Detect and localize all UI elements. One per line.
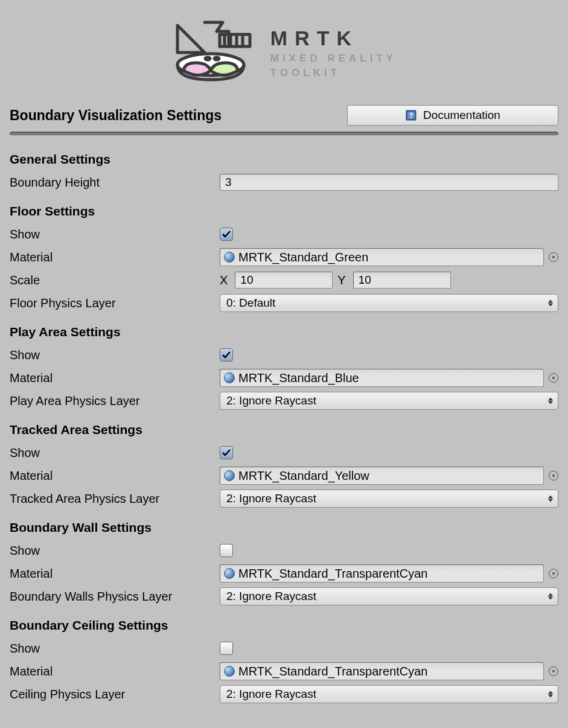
logo-subtitle-1: MIXED REALITY	[270, 53, 397, 65]
floor-material-field[interactable]: MRTK_Standard_Green	[220, 248, 544, 266]
floor-scale-x-input[interactable]	[235, 272, 333, 289]
tracked-area-physics-value: 2: Ignore Raycast	[226, 492, 316, 505]
play-area-physics-value: 2: Ignore Raycast	[226, 394, 316, 407]
floor-physics-dropdown[interactable]: 0: Default	[220, 294, 558, 312]
floor-material-label: Material	[10, 249, 220, 266]
play-area-material-field[interactable]: MRTK_Standard_Blue	[220, 369, 544, 387]
boundary-wall-material-value: MRTK_Standard_TransparentCyan	[238, 567, 428, 581]
mrtk-logo-icon	[171, 19, 256, 86]
mrtk-logo-header: MRTK MIXED REALITY TOOLKIT	[10, 19, 558, 86]
floor-show-label: Show	[10, 226, 220, 243]
dropdown-arrows-icon	[548, 300, 553, 307]
material-sphere-icon	[224, 470, 235, 481]
floor-show-checkbox[interactable]	[220, 228, 233, 241]
boundary-wall-physics-dropdown[interactable]: 2: Ignore Raycast	[220, 587, 558, 605]
boundary-ceiling-physics-dropdown[interactable]: 2: Ignore Raycast	[220, 685, 558, 703]
tracked-area-physics-dropdown[interactable]: 2: Ignore Raycast	[220, 490, 558, 508]
boundary-ceiling-material-label: Material	[10, 663, 220, 680]
tracked-area-material-field[interactable]: MRTK_Standard_Yellow	[220, 467, 544, 485]
material-sphere-icon	[224, 666, 235, 677]
tracked-area-material-label: Material	[10, 468, 220, 484]
boundary-ceiling-show-checkbox[interactable]	[220, 642, 233, 655]
boundary-ceiling-material-picker-icon[interactable]	[549, 666, 558, 676]
play-area-material-picker-icon[interactable]	[549, 373, 558, 383]
svg-point-6	[214, 57, 219, 60]
play-area-material-value: MRTK_Standard_Blue	[238, 371, 359, 385]
play-area-material-label: Material	[10, 370, 220, 386]
dropdown-arrows-icon	[548, 593, 553, 600]
boundary-wall-physics-value: 2: Ignore Raycast	[226, 590, 316, 603]
boundary-wall-material-picker-icon[interactable]	[549, 569, 558, 578]
general-settings-heading: General Settings	[10, 152, 558, 167]
material-sphere-icon	[224, 252, 235, 263]
floor-material-value: MRTK_Standard_Green	[238, 251, 368, 264]
scale-x-label: X	[220, 273, 228, 287]
tracked-area-show-checkbox[interactable]	[220, 446, 233, 459]
dropdown-arrows-icon	[548, 691, 553, 698]
play-area-physics-dropdown[interactable]: 2: Ignore Raycast	[220, 392, 558, 410]
dropdown-arrows-icon	[548, 496, 553, 502]
floor-physics-value: 0: Default	[226, 296, 275, 310]
logo-subtitle-2: TOOLKIT	[270, 67, 397, 79]
boundary-ceiling-show-label: Show	[10, 640, 220, 657]
tracked-area-physics-label: Tracked Area Physics Layer	[10, 491, 220, 507]
floor-scale-label: Scale	[10, 272, 220, 289]
dropdown-arrows-icon	[548, 398, 553, 404]
boundary-ceiling-physics-label: Ceiling Physics Layer	[10, 686, 220, 703]
documentation-label: Documentation	[423, 109, 500, 122]
floor-scale-y-input[interactable]	[353, 272, 451, 289]
svg-point-5	[205, 57, 210, 60]
boundary-ceiling-material-value: MRTK_Standard_TransparentCyan	[238, 665, 428, 679]
floor-settings-heading: Floor Settings	[10, 204, 558, 219]
play-area-settings-heading: Play Area Settings	[10, 325, 558, 339]
boundary-wall-show-label: Show	[10, 543, 220, 559]
boundary-height-label: Boundary Height	[10, 174, 220, 191]
floor-material-picker-icon[interactable]	[549, 252, 558, 262]
tracked-area-show-label: Show	[10, 445, 220, 461]
boundary-wall-physics-label: Boundary Walls Physics Layer	[10, 589, 220, 605]
boundary-ceiling-settings-heading: Boundary Ceiling Settings	[10, 618, 558, 633]
boundary-wall-material-label: Material	[10, 566, 220, 582]
tracked-area-material-picker-icon[interactable]	[549, 471, 558, 481]
svg-text:?: ?	[409, 112, 413, 119]
tracked-area-material-value: MRTK_Standard_Yellow	[238, 469, 369, 483]
floor-physics-label: Floor Physics Layer	[10, 295, 220, 311]
tracked-area-settings-heading: Tracked Area Settings	[10, 423, 558, 437]
material-sphere-icon	[224, 568, 235, 579]
boundary-ceiling-material-field[interactable]: MRTK_Standard_TransparentCyan	[220, 662, 544, 680]
play-area-show-checkbox[interactable]	[220, 348, 233, 362]
help-book-icon: ?	[405, 109, 417, 121]
boundary-wall-show-checkbox[interactable]	[220, 544, 233, 557]
boundary-wall-material-field[interactable]: MRTK_Standard_TransparentCyan	[220, 564, 544, 583]
page-title: Boundary Visualization Settings	[10, 107, 222, 124]
boundary-wall-settings-heading: Boundary Wall Settings	[10, 520, 558, 535]
logo-title: MRTK	[270, 27, 397, 50]
play-area-show-label: Show	[10, 347, 220, 363]
documentation-button[interactable]: ? Documentation	[347, 105, 558, 126]
divider	[10, 132, 558, 135]
material-sphere-icon	[224, 372, 235, 383]
boundary-height-input[interactable]	[220, 174, 558, 191]
scale-y-label: Y	[337, 273, 345, 287]
boundary-ceiling-physics-value: 2: Ignore Raycast	[226, 688, 316, 701]
play-area-physics-label: Play Area Physics Layer	[10, 393, 220, 409]
